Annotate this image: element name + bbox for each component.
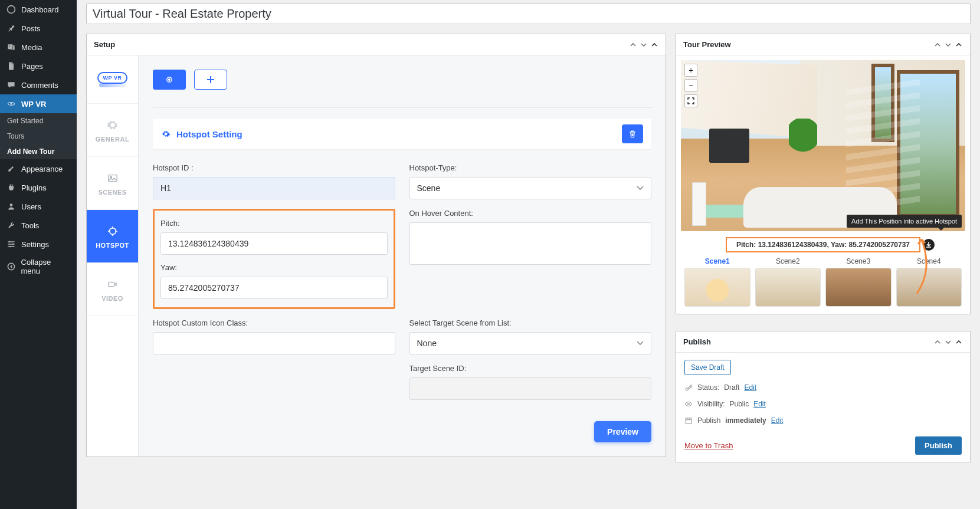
hotspot-id-field[interactable] bbox=[153, 177, 395, 199]
nav-appearance[interactable]: Appearance bbox=[0, 159, 77, 178]
save-draft-button[interactable]: Save Draft bbox=[684, 360, 731, 375]
panel-toggle-icon[interactable] bbox=[650, 41, 658, 49]
nav-users[interactable]: Users bbox=[0, 197, 77, 216]
target-id-field[interactable] bbox=[409, 377, 652, 400]
panel-up-icon[interactable] bbox=[629, 41, 637, 49]
tab-general[interactable]: GENERAL bbox=[87, 104, 138, 157]
nav-label: Collapse menu bbox=[21, 258, 71, 275]
sub-get-started[interactable]: Get Started bbox=[0, 113, 77, 129]
nav-label: WP VR bbox=[21, 100, 46, 109]
panel-toggle-icon[interactable] bbox=[955, 338, 963, 346]
pano-viewer[interactable]: + − Add This Position into active Hotspo… bbox=[681, 60, 965, 231]
gear-icon bbox=[161, 129, 171, 139]
nav-posts[interactable]: Posts bbox=[0, 19, 77, 38]
tour-title-field[interactable] bbox=[86, 4, 971, 24]
panel-down-icon[interactable] bbox=[944, 41, 952, 49]
edit-schedule-link[interactable]: Edit bbox=[771, 416, 784, 425]
add-position-tooltip: Add This Position into active Hotspot bbox=[847, 215, 962, 228]
panel-down-icon[interactable] bbox=[640, 41, 648, 49]
fullscreen-button[interactable] bbox=[684, 94, 697, 107]
scene-thumb-1[interactable]: Scene1 bbox=[684, 257, 750, 307]
hotspot-type-select[interactable]: Scene bbox=[409, 177, 652, 199]
nav-plugins[interactable]: Plugins bbox=[0, 178, 77, 197]
comment-icon bbox=[6, 80, 17, 90]
sub-add-new-tour[interactable]: Add New Tour bbox=[0, 144, 77, 159]
edit-status-link[interactable]: Edit bbox=[744, 383, 756, 392]
setup-panel: Setup WP VR bbox=[86, 34, 666, 457]
tab-scenes[interactable]: SCENES bbox=[87, 157, 138, 210]
delete-hotspot-button[interactable] bbox=[622, 124, 643, 143]
nav-media[interactable]: Media bbox=[0, 38, 77, 57]
setup-header: Setup bbox=[94, 40, 115, 49]
nav-wpvr[interactable]: WP VR bbox=[0, 94, 77, 113]
svg-point-10 bbox=[109, 228, 116, 234]
nav-collapse[interactable]: Collapse menu bbox=[0, 254, 77, 280]
preview-button[interactable]: Preview bbox=[594, 421, 651, 442]
scene-thumb-4[interactable]: Scene4 bbox=[896, 257, 962, 307]
tab-label: HOTSPOT bbox=[96, 242, 129, 249]
nav-label: Tools bbox=[21, 221, 39, 230]
image-icon bbox=[106, 171, 120, 185]
tab-hotspot[interactable]: HOTSPOT bbox=[87, 210, 138, 263]
svg-point-3 bbox=[10, 203, 13, 206]
zoom-out-button[interactable]: − bbox=[684, 79, 697, 92]
hotspot-current-button[interactable] bbox=[153, 70, 186, 90]
nav-label: Settings bbox=[21, 240, 49, 249]
nav-settings[interactable]: Settings bbox=[0, 235, 77, 254]
pin-icon bbox=[6, 23, 17, 34]
scene-label: Scene1 bbox=[705, 257, 730, 265]
panel-toggle-icon[interactable] bbox=[955, 41, 963, 49]
tab-video[interactable]: VIDEO bbox=[87, 263, 138, 316]
gear-icon bbox=[106, 118, 120, 132]
tab-label: GENERAL bbox=[96, 136, 129, 143]
publish-panel: Publish Save Draft Status: Draft bbox=[676, 331, 971, 462]
video-icon bbox=[106, 277, 120, 291]
yaw-field[interactable] bbox=[160, 277, 388, 299]
icon-class-field[interactable] bbox=[153, 332, 395, 354]
tour-preview-panel: Tour Preview bbox=[676, 34, 971, 314]
nav-label: Plugins bbox=[21, 183, 47, 192]
move-to-trash-link[interactable]: Move to Trash bbox=[684, 441, 733, 450]
wrench-icon bbox=[6, 220, 17, 231]
nav-pages[interactable]: Pages bbox=[0, 57, 77, 75]
status-value: Draft bbox=[724, 383, 739, 392]
target-scene-select[interactable]: None bbox=[409, 332, 652, 354]
edit-visibility-link[interactable]: Edit bbox=[753, 400, 766, 408]
wpvr-logo-badge: WP VR bbox=[97, 72, 128, 84]
scene-thumb-3[interactable]: Scene3 bbox=[825, 257, 891, 307]
nav-wpvr-submenu: Get Started Tours Add New Tour bbox=[0, 113, 77, 159]
scene-label: Scene2 bbox=[776, 257, 800, 265]
zoom-in-button[interactable]: + bbox=[684, 64, 697, 77]
yaw-label: Yaw: bbox=[160, 263, 388, 272]
hotspot-type-label: Hotspot-Type: bbox=[409, 163, 652, 172]
publish-button[interactable]: Publish bbox=[915, 436, 962, 455]
hotspot-add-button[interactable] bbox=[194, 70, 227, 90]
wpvr-icon bbox=[6, 98, 17, 109]
wpvr-logo-swoosh bbox=[99, 83, 126, 87]
nav-dashboard[interactable]: Dashboard bbox=[0, 0, 77, 19]
nav-comments[interactable]: Comments bbox=[0, 75, 77, 94]
collapse-icon bbox=[6, 261, 17, 272]
scene-thumb-image bbox=[755, 268, 821, 307]
scene-thumb-2[interactable]: Scene2 bbox=[755, 257, 821, 307]
target-icon bbox=[106, 224, 120, 238]
main: Setup WP VR bbox=[77, 0, 980, 509]
svg-point-13 bbox=[169, 79, 171, 81]
sub-tours[interactable]: Tours bbox=[0, 129, 77, 144]
apply-position-button[interactable] bbox=[923, 239, 935, 251]
scene-label: Scene3 bbox=[846, 257, 870, 265]
nav-label: Posts bbox=[21, 24, 41, 33]
plus-icon bbox=[207, 76, 214, 83]
tab-label: SCENES bbox=[98, 189, 126, 196]
svg-point-6 bbox=[9, 246, 11, 247]
nav-tools[interactable]: Tools bbox=[0, 216, 77, 235]
panel-up-icon[interactable] bbox=[933, 338, 942, 346]
fullscreen-icon bbox=[687, 97, 694, 104]
pitch-field[interactable] bbox=[160, 232, 388, 255]
hover-textarea[interactable] bbox=[409, 222, 652, 265]
visibility-value: Public bbox=[729, 400, 749, 408]
visibility-label: Visibility: bbox=[697, 400, 725, 408]
panel-down-icon[interactable] bbox=[944, 338, 952, 346]
panel-up-icon[interactable] bbox=[933, 41, 942, 49]
nav-label: Users bbox=[21, 202, 41, 211]
